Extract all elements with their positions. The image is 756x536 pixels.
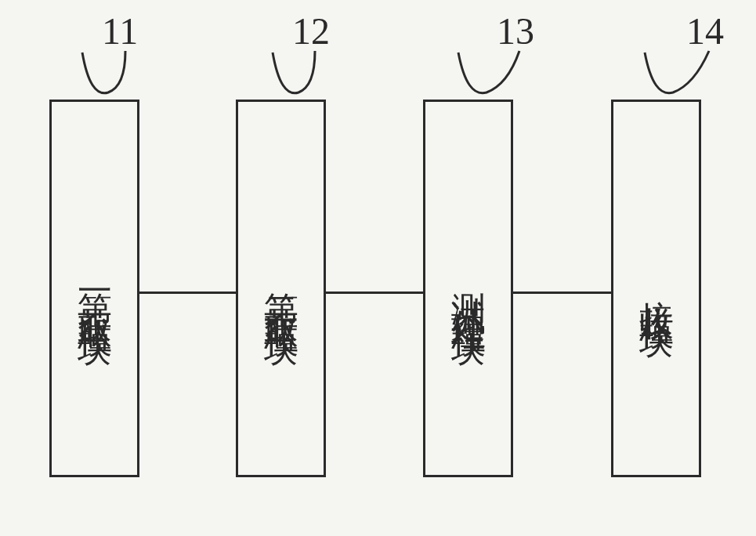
leader-curve-4 <box>0 0 756 536</box>
system-block-diagram: 第一获取模块 11 第二获取模块 12 测试处理模块 13 接收模块 14 <box>0 0 756 536</box>
connector-1-2 <box>139 292 236 294</box>
connector-3-4 <box>513 292 611 294</box>
connector-2-3 <box>326 292 423 294</box>
